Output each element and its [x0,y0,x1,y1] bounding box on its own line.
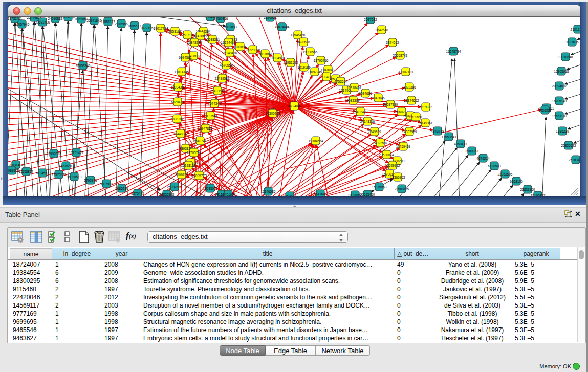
svg-text:10057945: 10057945 [15,23,30,26]
svg-text:1385239: 1385239 [556,129,569,133]
svg-text:13910648: 13910648 [558,55,573,59]
svg-text:22507109: 22507109 [180,33,195,37]
svg-text:19688132: 19688132 [61,17,76,19]
svg-text:8369062: 8369062 [75,17,88,21]
svg-text:23538074: 23538074 [379,153,394,157]
svg-text:6994562: 6994562 [179,56,192,59]
svg-text:5219822: 5219822 [419,105,432,109]
svg-text:8134562: 8134562 [36,171,49,175]
svg-text:20037339: 20037339 [383,103,398,106]
svg-text:16705148: 16705148 [552,99,567,103]
svg-text:15198153: 15198153 [181,164,196,167]
svg-text:21097245: 21097245 [308,70,322,74]
svg-text:5308102: 5308102 [170,117,184,121]
svg-text:11876872: 11876872 [321,68,336,72]
svg-text:20691406: 20691406 [35,20,50,24]
svg-text:6420686: 6420686 [297,40,310,44]
svg-text:11881122: 11881122 [101,20,115,24]
svg-text:5685216: 5685216 [115,187,128,190]
svg-text:22053595: 22053595 [498,172,513,176]
svg-text:22992872: 22992872 [47,152,61,156]
svg-text:19085076: 19085076 [203,187,218,190]
svg-text:18795716: 18795716 [314,59,329,62]
svg-text:25997682: 25997682 [167,185,182,189]
svg-text:16947830: 16947830 [198,127,213,130]
svg-text:9837869: 9837869 [258,52,272,56]
svg-text:3874052: 3874052 [386,41,399,45]
svg-text:14401657: 14401657 [221,193,236,196]
svg-text:17307133: 17307133 [399,70,413,74]
svg-text:1019189: 1019189 [297,65,311,69]
svg-text:13546466: 13546466 [291,33,306,37]
svg-text:10848230: 10848230 [187,41,202,45]
svg-text:15375853: 15375853 [372,185,387,189]
svg-text:11318461: 11318461 [347,86,362,90]
svg-text:5793975: 5793975 [84,179,97,182]
svg-text:18874652: 18874652 [404,99,419,102]
svg-text:14387959: 14387959 [402,130,417,134]
svg-text:9275445: 9275445 [131,192,144,195]
svg-text:6128434: 6128434 [171,100,184,104]
svg-text:13146585: 13146585 [261,190,276,193]
svg-text:19098556: 19098556 [303,50,318,54]
svg-text:9034686: 9034686 [359,92,372,95]
svg-text:18034970: 18034970 [270,56,285,60]
svg-text:23971842: 23971842 [87,19,102,23]
svg-text:6540741: 6540741 [193,139,207,143]
svg-text:18705794: 18705794 [187,151,202,155]
svg-text:18366963: 18366963 [390,176,405,179]
svg-text:25229388: 25229388 [246,48,260,52]
svg-text:23137564: 23137564 [203,114,218,118]
svg-text:6368105: 6368105 [510,180,523,183]
svg-text:25300263: 25300263 [266,112,280,115]
svg-text:7749509: 7749509 [368,130,381,134]
svg-text:21981592: 21981592 [284,61,298,64]
svg-text:2087682: 2087682 [364,18,377,21]
svg-text:17559643: 17559643 [442,135,456,139]
svg-text:3642648: 3642648 [375,28,388,32]
svg-text:16396513: 16396513 [67,175,82,179]
svg-text:11459463: 11459463 [396,145,411,148]
svg-text:8106768: 8106768 [175,173,188,177]
svg-text:4753657: 4753657 [334,80,347,83]
svg-text:9887903: 9887903 [100,182,113,186]
svg-text:8359183: 8359183 [283,194,296,197]
svg-text:2876966: 2876966 [115,22,128,26]
svg-text:16224441: 16224441 [221,41,236,45]
svg-text:16648784: 16648784 [446,50,461,53]
svg-text:6128503: 6128503 [488,164,501,168]
svg-text:19017734: 19017734 [154,27,168,30]
svg-text:2580963: 2580963 [465,149,478,153]
svg-text:18034339: 18034339 [171,85,186,89]
svg-text:13529912: 13529912 [385,164,400,167]
svg-text:2943646: 2943646 [372,96,385,100]
svg-text:24148116: 24148116 [360,120,375,123]
svg-text:24922597: 24922597 [373,141,388,145]
svg-text:18096865: 18096865 [348,193,363,197]
svg-text:23833160: 23833160 [520,188,535,191]
svg-text:4743069: 4743069 [193,34,207,38]
svg-text:21012166: 21012166 [571,28,580,31]
svg-text:5641643: 5641643 [314,192,327,196]
svg-text:2077105: 2077105 [140,26,154,30]
svg-text:21433649: 21433649 [210,89,225,93]
svg-text:25183411: 25183411 [569,158,580,162]
svg-text:25089205: 25089205 [8,169,19,172]
svg-text:15165337: 15165337 [531,194,546,197]
svg-text:25558743: 25558743 [393,54,408,57]
svg-text:22439587: 22439587 [215,77,230,80]
svg-text:14460856: 14460856 [213,17,228,20]
svg-text:4679214: 4679214 [476,157,490,160]
svg-text:9983893: 9983893 [224,25,237,29]
svg-text:19448347: 19448347 [173,132,188,136]
svg-text:20994697: 20994697 [552,84,567,88]
svg-text:20580115: 20580115 [395,187,409,191]
svg-text:9082309: 9082309 [346,99,360,102]
svg-text:20053346: 20053346 [76,64,91,68]
svg-text:1108894: 1108894 [234,45,247,49]
svg-text:23874404: 23874404 [275,25,290,29]
svg-text:19836388: 19836388 [160,193,175,196]
svg-text:14275203: 14275203 [59,164,74,168]
svg-text:23826523: 23826523 [561,144,576,147]
svg-text:17751421: 17751421 [69,151,84,155]
